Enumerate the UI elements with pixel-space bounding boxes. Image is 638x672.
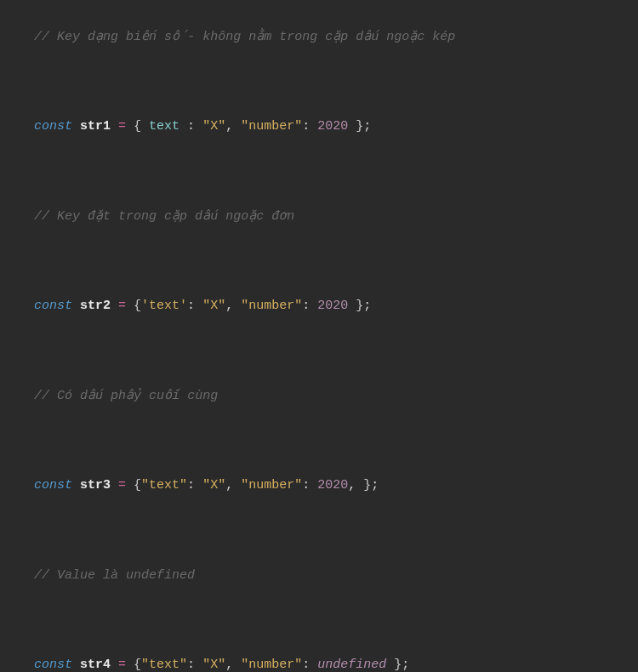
code-line: const str2 = {'text': "X", "number": 202… (0, 278, 638, 336)
colon: : (179, 119, 202, 134)
code-comment: // Key đặt trong cặp dấu ngoặc đơn (0, 188, 638, 246)
brace-close: } (386, 658, 402, 672)
code-line: const str3 = {"text": "X", "number": 202… (0, 458, 638, 515)
property-key: "text" (141, 658, 187, 672)
colon: : (187, 299, 202, 313)
property-key: "number" (241, 299, 302, 313)
colon: : (302, 478, 317, 493)
string-value: "X" (202, 299, 225, 313)
number-value: 2020 (317, 478, 348, 493)
property-key: 'text' (141, 299, 187, 313)
code-line: const str4 = {"text": "X", "number": und… (0, 637, 638, 673)
string-value: "X" (202, 478, 225, 493)
variable-name: str2 (80, 299, 111, 313)
code-comment: // Có dấu phẩy cuối cùng (0, 367, 638, 425)
keyword-const: const (34, 119, 72, 134)
code-comment: // Key dạng biến số - không nằm trong cặ… (0, 9, 638, 66)
comma: , (225, 478, 241, 493)
number-value: 2020 (317, 299, 348, 313)
operator-assign: = (111, 119, 134, 134)
comment-text: // Key đặt trong cặp dấu ngoặc đơn (34, 209, 294, 224)
code-line: const str1 = { text : "X", "number": 202… (0, 99, 638, 157)
variable-name: str4 (80, 658, 111, 672)
code-comment: // Value là undefined (0, 547, 638, 605)
brace-close: } (348, 119, 363, 134)
operator-assign: = (111, 658, 134, 672)
brace-open: { (134, 119, 149, 134)
brace-close: } (348, 299, 363, 313)
brace-open: { (134, 299, 141, 313)
comma: , (225, 658, 241, 672)
comment-text: // Key dạng biến số - không nằm trong cặ… (34, 30, 455, 44)
brace-open: { (134, 478, 141, 493)
semicolon: ; (402, 658, 409, 672)
property-key: "number" (241, 658, 302, 672)
number-value: 2020 (317, 119, 348, 134)
comment-text: // Value là undefined (34, 568, 195, 583)
colon: : (187, 478, 202, 493)
operator-assign: = (111, 478, 134, 493)
variable-name: str3 (80, 478, 111, 493)
semicolon: ; (363, 119, 371, 134)
operator-assign: = (111, 299, 134, 313)
property-key: "number" (241, 119, 302, 134)
colon: : (302, 119, 317, 134)
brace-close: } (363, 478, 371, 493)
keyword-const: const (34, 299, 72, 313)
semicolon: ; (371, 478, 379, 493)
string-value: "X" (202, 658, 225, 672)
keyword-const: const (34, 658, 72, 672)
variable-name: str1 (80, 119, 111, 134)
undefined-value: undefined (317, 658, 386, 672)
code-editor[interactable]: // Key dạng biến số - không nằm trong cặ… (0, 9, 638, 672)
property-key: text (149, 119, 179, 134)
comma: , (348, 478, 363, 493)
string-value: "X" (202, 119, 225, 134)
brace-open: { (134, 658, 141, 672)
comment-text: // Có dấu phẩy cuối cùng (34, 389, 218, 403)
colon: : (302, 658, 317, 672)
property-key: "text" (141, 478, 187, 493)
colon: : (187, 658, 202, 672)
colon: : (302, 299, 317, 313)
property-key: "number" (241, 478, 302, 493)
comma: , (225, 119, 241, 134)
keyword-const: const (34, 478, 72, 493)
comma: , (225, 299, 241, 313)
semicolon: ; (363, 299, 371, 313)
